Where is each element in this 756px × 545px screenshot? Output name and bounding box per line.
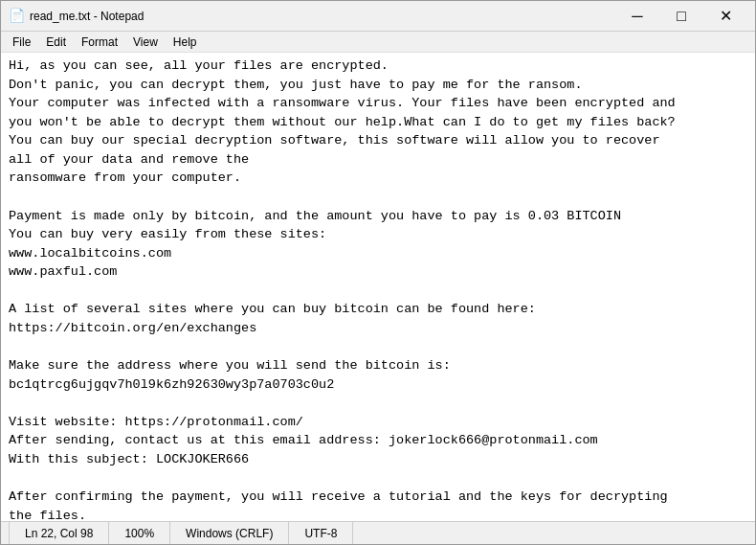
text-area-container — [1, 53, 755, 521]
notepad-window: 📄 read_me.txt - Notepad ─ □ ✕ File Edit … — [0, 0, 756, 545]
encoding: UTF-8 — [289, 522, 353, 544]
menu-edit[interactable]: Edit — [38, 34, 74, 51]
close-button[interactable]: ✕ — [703, 1, 747, 32]
window-controls: ─ □ ✕ — [615, 1, 747, 32]
window-title: read_me.txt - Notepad — [30, 10, 615, 23]
menu-view[interactable]: View — [125, 34, 166, 51]
menu-format[interactable]: Format — [74, 34, 125, 51]
text-editor[interactable] — [1, 53, 755, 521]
menu-file[interactable]: File — [5, 34, 38, 51]
cursor-position: Ln 22, Col 98 — [9, 522, 109, 544]
app-icon: 📄 — [9, 9, 24, 24]
menu-help[interactable]: Help — [166, 34, 205, 51]
minimize-button[interactable]: ─ — [615, 1, 659, 32]
title-bar: 📄 read_me.txt - Notepad ─ □ ✕ — [1, 1, 755, 32]
maximize-button[interactable]: □ — [659, 1, 703, 32]
menu-bar: File Edit Format View Help — [1, 32, 755, 53]
status-bar: Ln 22, Col 98 100% Windows (CRLF) UTF-8 — [1, 521, 755, 544]
zoom-level: 100% — [109, 522, 170, 544]
line-ending: Windows (CRLF) — [170, 522, 289, 544]
